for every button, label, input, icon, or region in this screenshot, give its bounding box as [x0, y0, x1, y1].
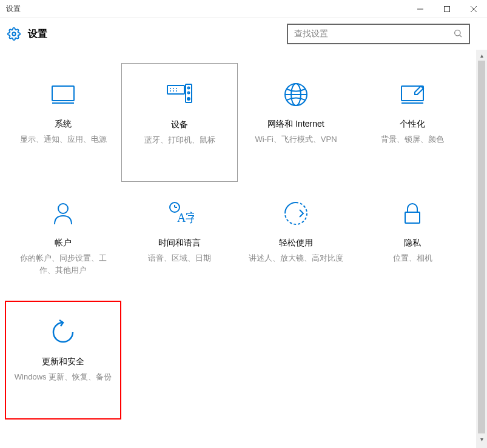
person-icon: [49, 196, 78, 230]
window-controls: [407, 0, 487, 18]
search-icon: [453, 28, 463, 40]
tile-desc: 蓝牙、打印机、鼠标: [144, 134, 215, 146]
scroll-up-icon[interactable]: ▴: [476, 50, 487, 61]
tile-title: 时间和语言: [158, 238, 201, 249]
lock-icon: [398, 196, 427, 230]
page-title: 设置: [28, 28, 47, 41]
display-icon: [49, 78, 78, 112]
tile-title: 帐户: [55, 238, 72, 249]
maximize-button[interactable]: [434, 0, 460, 18]
svg-rect-30: [405, 212, 420, 223]
tile-title: 轻松使用: [279, 238, 313, 249]
tile-desc: 位置、相机: [393, 252, 432, 264]
scroll-down-icon[interactable]: ▾: [476, 433, 487, 444]
content-area: 系统 显示、通知、应用、电源 设备: [0, 50, 487, 448]
devices-icon: [165, 78, 194, 112]
header: 设置 查找设置: [0, 18, 487, 50]
svg-point-18: [188, 87, 190, 89]
minimize-button[interactable]: [407, 0, 434, 18]
globe-icon: [281, 78, 311, 112]
search-placeholder: 查找设置: [294, 28, 453, 39]
close-button[interactable]: [460, 0, 487, 18]
svg-point-19: [188, 92, 190, 94]
svg-point-5: [455, 30, 460, 35]
paint-icon: [398, 78, 427, 112]
tile-time-language[interactable]: A字 时间和语言 语音、区域、日期: [121, 182, 238, 301]
gear-icon: [7, 27, 21, 41]
tile-desc: 讲述人、放大镜、高对比度: [249, 252, 343, 264]
tile-title: 个性化: [400, 119, 425, 130]
svg-text:A字: A字: [177, 211, 194, 224]
svg-point-17: [187, 98, 190, 100]
tile-privacy[interactable]: 隐私 位置、相机: [354, 182, 471, 301]
tile-personalization[interactable]: 个性化 背景、锁屏、颜色: [354, 63, 471, 182]
tile-update-security[interactable]: 更新和安全 Windows 更新、恢复、备份: [5, 301, 121, 420]
svg-line-6: [460, 35, 462, 36]
tile-title: 设备: [171, 119, 188, 130]
tile-desc: Windows 更新、恢复、备份: [15, 371, 112, 383]
svg-rect-1: [445, 7, 450, 12]
tile-desc: 背景、锁屏、颜色: [381, 133, 444, 145]
svg-point-25: [58, 204, 68, 213]
tile-devices[interactable]: 设备 蓝牙、打印机、鼠标: [121, 63, 238, 182]
tile-title: 系统: [55, 119, 72, 130]
time-language-icon: A字: [165, 196, 194, 230]
svg-rect-9: [167, 85, 184, 94]
settings-grid: 系统 显示、通知、应用、电源 设备: [0, 50, 475, 433]
tile-title: 网络和 Internet: [267, 119, 324, 130]
svg-point-4: [12, 32, 16, 36]
ease-of-access-icon: [281, 196, 311, 230]
tile-desc: 显示、通知、应用、电源: [20, 133, 107, 145]
tile-ease-of-access[interactable]: 轻松使用 讲述人、放大镜、高对比度: [238, 182, 354, 301]
window-title: 设置: [6, 4, 21, 14]
tile-title: 隐私: [404, 238, 421, 249]
tile-network[interactable]: 网络和 Internet Wi-Fi、飞行模式、VPN: [238, 63, 354, 182]
update-icon: [49, 315, 78, 349]
svg-rect-7: [52, 86, 74, 101]
scrollbar[interactable]: ▴ ▾: [476, 50, 487, 448]
tile-desc: 你的帐户、同步设置、工作、其他用户: [12, 252, 114, 276]
search-input[interactable]: 查找设置: [287, 24, 470, 44]
tile-system[interactable]: 系统 显示、通知、应用、电源: [5, 63, 121, 182]
svg-rect-23: [401, 86, 423, 101]
tile-accounts[interactable]: 帐户 你的帐户、同步设置、工作、其他用户: [5, 182, 121, 301]
scroll-thumb[interactable]: [478, 61, 485, 433]
tile-desc: Wi-Fi、飞行模式、VPN: [255, 133, 337, 145]
titlebar: 设置: [0, 0, 487, 18]
tile-desc: 语音、区域、日期: [148, 252, 211, 264]
tile-title: 更新和安全: [42, 356, 84, 367]
